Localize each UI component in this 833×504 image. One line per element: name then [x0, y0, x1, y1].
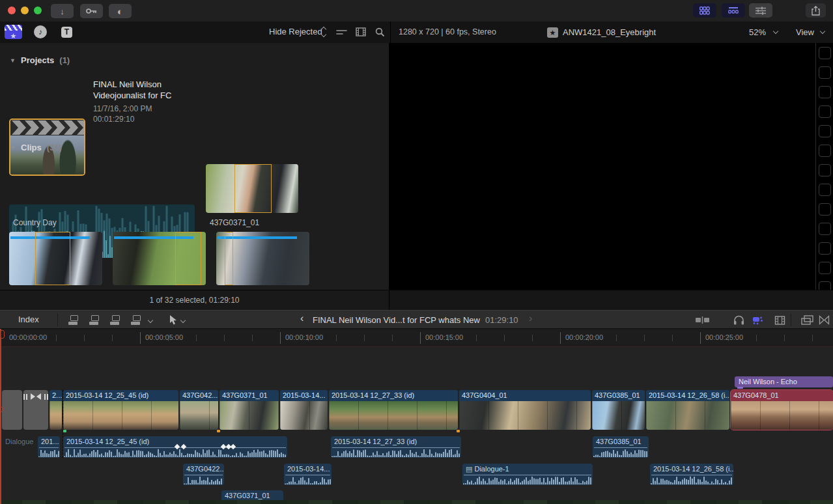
timeline-audio-clip[interactable]: 437G0385_01 [593, 436, 649, 458]
connect-edit-icon[interactable] [68, 315, 81, 325]
breadcrumb-back-chevron[interactable]: ‹ [300, 313, 304, 324]
overwrite-edit-icon[interactable] [131, 315, 144, 325]
timeline-audio-clip[interactable]: ▤ Dialogue-1 [462, 464, 593, 485]
import-media-button[interactable]: ↓ [51, 4, 74, 18]
timeline-video-clip[interactable]: 2015-03-14 12_27_33 (id) [329, 390, 458, 430]
inspector-button[interactable] [749, 3, 772, 18]
timeline-history-icon[interactable] [801, 315, 813, 325]
volume-line[interactable] [39, 447, 59, 448]
clip-skimming-icon[interactable] [696, 316, 710, 324]
select-tool-icon[interactable] [169, 315, 177, 325]
timeline-ruler[interactable]: 00:00:00:0000:00:05:0000:00:10:0000:00:1… [0, 329, 833, 347]
ruler-tick [224, 335, 225, 341]
keyword-editor-button[interactable] [80, 4, 103, 18]
timeline-video-clip[interactable]: 437G0385_01 [592, 390, 645, 430]
playhead-line[interactable] [0, 329, 1, 504]
timeline-video-clip[interactable]: 2... [49, 390, 62, 430]
volume-line[interactable] [285, 475, 330, 475]
background-tasks-button[interactable]: ◐ [109, 4, 132, 18]
project-title-line2[interactable]: Videojounalist for FC [93, 91, 195, 100]
timeline-video-clip[interactable] [2, 390, 22, 430]
sprocket-hole [819, 47, 831, 59]
close-window-button[interactable] [8, 7, 16, 14]
libraries-sidebar-button[interactable]: ★ [5, 25, 22, 39]
range-selection[interactable] [234, 164, 272, 213]
viewer-canvas[interactable] [389, 43, 814, 290]
clip-appearance-icon[interactable] [336, 28, 347, 36]
projects-disclosure-triangle[interactable]: ▼ [10, 57, 16, 64]
pause-bar-icon [47, 394, 48, 400]
timeline-audio-clip[interactable]: 201... [38, 436, 60, 458]
sprocket-hole [819, 203, 831, 216]
transition-bowtie-icon[interactable] [819, 315, 830, 325]
append-edit-icon[interactable] [110, 315, 123, 325]
minimize-window-button[interactable] [21, 7, 29, 14]
ruler-tick [84, 335, 85, 341]
dialogue-role-label[interactable]: Dialogue [5, 438, 33, 445]
timeline-transition-clip[interactable] [23, 390, 48, 430]
timeline-audio-clip[interactable]: 2015-03-14 12_25_45 (id) [63, 436, 287, 458]
viewer-zoom-popup[interactable]: 52% [749, 27, 766, 37]
sprocket-hole [819, 223, 831, 235]
browser-list-view-button[interactable] [722, 3, 745, 18]
popup-chevrons-icon[interactable] [320, 27, 327, 37]
timeline-video-clip[interactable]: 437G0404_01 [459, 390, 591, 430]
filter-popup[interactable]: Hide Rejected [269, 27, 322, 36]
timeline-video-clip[interactable]: 2015-03-14... [280, 390, 328, 430]
timeline-video-clip[interactable]: 2015-03-14 12_25_45 (id) [63, 390, 178, 430]
photos-audio-sidebar-button[interactable]: ♪ [34, 25, 47, 38]
browser-clip-thumbnail[interactable] [216, 232, 309, 285]
grid-view-icon [699, 7, 710, 15]
ruler-tick [280, 332, 281, 344]
clips-disclosure-triangle[interactable]: ▼ [10, 145, 16, 151]
ruler-tick [420, 332, 421, 344]
chevron-down-icon[interactable] [148, 318, 153, 323]
volume-line[interactable] [651, 475, 732, 475]
clips-section-header: Clips(31) [21, 143, 62, 152]
viewer-view-popup[interactable]: View [796, 27, 814, 37]
titles-generators-sidebar-button[interactable]: T [61, 27, 72, 38]
search-icon[interactable] [375, 27, 385, 37]
share-button[interactable] [806, 3, 826, 18]
browser-clip-437G0371[interactable] [206, 164, 298, 213]
volume-line[interactable] [594, 447, 647, 448]
audio-skimming-icon[interactable] [733, 315, 744, 325]
index-button[interactable]: Index [18, 315, 39, 324]
volume-line[interactable] [464, 475, 591, 475]
timeline-audio-clip[interactable]: 2015-03-14 12_27_33 (id) [331, 436, 461, 458]
playhead-top-handle[interactable] [0, 330, 5, 339]
clip-name-bar: 437G0385_01 [592, 390, 645, 401]
timeline-video-clip[interactable]: 437G0371_01 [219, 390, 279, 430]
timeline-audio-clip[interactable]: 437G0422... [183, 464, 224, 485]
insert-edit-icon[interactable] [89, 315, 102, 325]
timeline-audio-clip[interactable]: 2015-03-14 12_26_58 (i... [650, 464, 733, 485]
browser-clip-thumbnail[interactable] [9, 232, 102, 285]
clip-filmstrip-thumbnail [646, 401, 729, 430]
connected-title-clip[interactable]: Neil Wilson - Echo [735, 376, 833, 387]
range-selection[interactable] [35, 232, 70, 285]
range-selection[interactable] [175, 232, 201, 285]
volume-line[interactable] [184, 475, 223, 475]
zoom-window-button[interactable] [34, 7, 42, 14]
solo-icon[interactable] [751, 316, 764, 325]
filmstrip-toggle-icon[interactable] [356, 27, 366, 37]
project-title-line1[interactable]: FINAL Neil Wilson [93, 79, 197, 89]
breadcrumb-project-title[interactable]: FINAL Neil Wilson Vid...t for FCP whats … [313, 315, 480, 325]
timeline-video-clip[interactable]: 437G042... [180, 390, 218, 430]
timeline-audio-clip[interactable]: 2015-03-14... [284, 464, 332, 485]
snapping-icon[interactable] [774, 315, 785, 326]
range-selection[interactable] [225, 232, 233, 285]
chevron-down-icon[interactable] [180, 318, 186, 323]
timeline-video-clip[interactable]: 437G0478_01 [731, 390, 833, 430]
clip-name-bar: 437G0478_01 [731, 390, 833, 401]
timeline-body[interactable]: Neil Wilson - Echo 2...2015-03-14 12_25_… [0, 347, 833, 504]
clip-marker [457, 430, 460, 432]
timeline-video-clip[interactable]: 2015-03-14 12_26_58 (i... [646, 390, 729, 430]
breadcrumb-forward-chevron[interactable]: › [529, 313, 532, 324]
browser-clip-thumbnail[interactable] [113, 232, 206, 285]
music-note-icon: ♪ [38, 27, 42, 36]
volume-line[interactable] [332, 447, 460, 448]
audio-clip-name: 437G0385_01 [593, 436, 649, 445]
browser-grid-view-button[interactable] [693, 3, 716, 18]
audio-clip-name: 437G0371_01 [221, 490, 283, 499]
